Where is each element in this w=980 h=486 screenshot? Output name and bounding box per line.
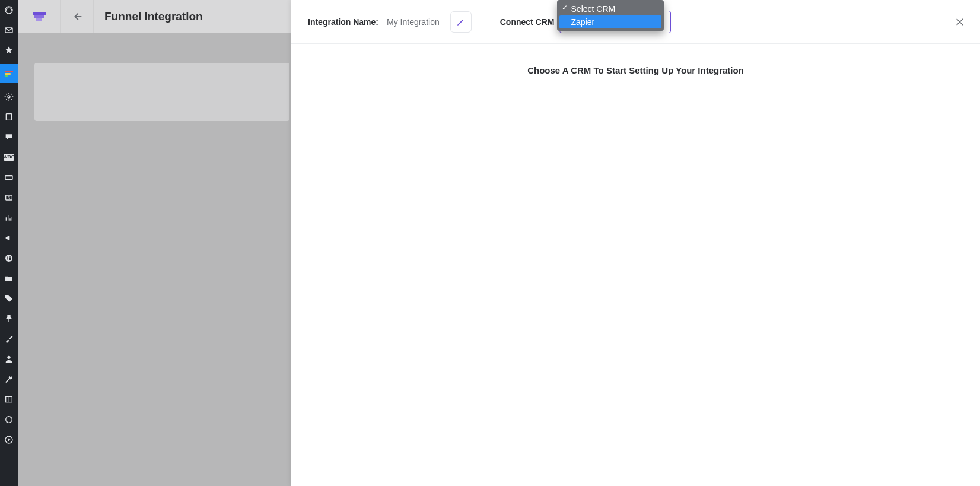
svg-rect-13 <box>6 396 12 402</box>
nav-pin[interactable] <box>0 44 18 57</box>
nav-funnel-active[interactable] <box>0 64 18 83</box>
crm-select-shell: Select CRM Zapier <box>559 11 671 33</box>
svg-rect-11 <box>9 259 11 260</box>
nav-money[interactable]: $ <box>0 191 18 204</box>
page-title: Funnel Integration <box>94 10 203 23</box>
back-button[interactable] <box>61 0 94 33</box>
arrow-left-icon <box>71 10 84 23</box>
empty-state-message: Choose A CRM To Start Setting Up Your In… <box>291 65 980 75</box>
left-nav: WOO $ <box>0 0 18 486</box>
nav-book[interactable] <box>0 110 18 123</box>
crm-dropdown: Select CRM Zapier <box>557 0 664 31</box>
connect-crm-label: Connect CRM <box>500 17 555 27</box>
panel-header: Integration Name: My Integration Connect… <box>291 0 980 44</box>
content-placeholder-card <box>34 63 289 121</box>
close-icon <box>954 17 965 27</box>
pin-icon <box>4 46 14 55</box>
nav-mail[interactable] <box>0 24 18 37</box>
brand-logo-box[interactable] <box>18 0 61 33</box>
refresh-icon <box>4 415 14 424</box>
wrench-icon <box>4 374 14 384</box>
nav-collapse[interactable] <box>0 393 18 406</box>
nav-woo[interactable]: WOO <box>0 151 18 164</box>
nav-user[interactable] <box>0 352 18 366</box>
nav-refresh[interactable] <box>0 413 18 426</box>
svg-rect-3 <box>6 114 11 120</box>
connect-crm-group: Connect CRM Select CRM Zapier <box>500 11 671 33</box>
user-icon <box>4 354 14 364</box>
integration-name-label: Integration Name: <box>308 17 378 27</box>
collapse-icon <box>4 395 14 404</box>
nav-settings[interactable] <box>0 90 18 103</box>
integration-name-value: My Integration <box>387 17 440 27</box>
dashboard-icon <box>4 5 14 15</box>
nav-dashboard[interactable] <box>0 4 18 17</box>
book-icon <box>4 112 14 122</box>
panel-body: Choose A CRM To Start Setting Up Your In… <box>291 44 980 75</box>
edit-name-button[interactable] <box>450 11 472 33</box>
crm-dropdown-option-zapier[interactable]: Zapier <box>559 15 661 28</box>
settings-icon <box>4 92 14 101</box>
nav-elementor[interactable] <box>0 252 18 265</box>
nav-analytics[interactable] <box>0 211 18 224</box>
svg-text:$: $ <box>8 196 10 200</box>
nav-brush[interactable] <box>0 332 18 345</box>
svg-point-12 <box>7 356 10 359</box>
chat-icon <box>4 132 14 142</box>
money-icon: $ <box>4 193 14 202</box>
mail-icon <box>4 26 14 35</box>
svg-rect-10 <box>9 258 11 259</box>
elementor-icon <box>4 253 14 263</box>
brand-funnel-icon <box>33 12 46 21</box>
integration-panel: Integration Name: My Integration Connect… <box>291 0 980 486</box>
tag-icon <box>4 294 14 303</box>
funnel-icon <box>5 71 13 77</box>
brush-icon <box>4 334 14 344</box>
folder-icon <box>4 274 14 283</box>
nav-tag[interactable] <box>0 292 18 305</box>
nav-folder[interactable] <box>0 272 18 285</box>
nav-wrench[interactable] <box>0 373 18 386</box>
svg-rect-9 <box>9 256 11 257</box>
svg-point-2 <box>8 96 10 98</box>
pencil-icon <box>456 17 466 27</box>
analytics-icon <box>4 213 14 223</box>
card-icon <box>4 173 14 182</box>
nav-chat[interactable] <box>0 131 18 144</box>
svg-rect-8 <box>7 256 8 259</box>
crm-dropdown-placeholder[interactable]: Select CRM <box>559 2 661 15</box>
nav-play[interactable] <box>0 433 18 446</box>
play-icon <box>4 435 14 444</box>
close-panel-button[interactable] <box>953 15 967 29</box>
pin2-icon <box>4 314 14 323</box>
megaphone-icon <box>4 233 14 243</box>
nav-card[interactable] <box>0 171 18 184</box>
woo-badge-icon: WOO <box>4 154 14 161</box>
nav-pin2[interactable] <box>0 312 18 325</box>
nav-megaphone[interactable] <box>0 231 18 244</box>
